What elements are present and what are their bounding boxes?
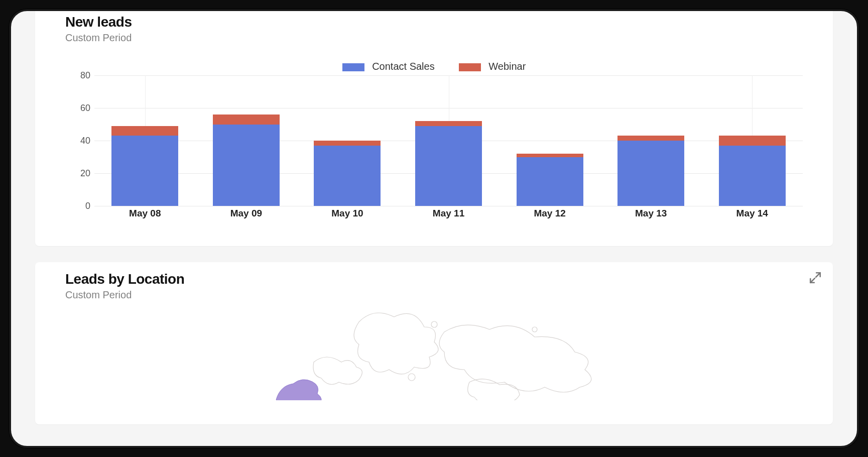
stacked-bar[interactable] bbox=[719, 136, 786, 206]
bar-slot bbox=[196, 75, 297, 206]
svg-point-2 bbox=[532, 327, 537, 332]
expand-icon bbox=[809, 271, 822, 284]
svg-point-1 bbox=[408, 374, 415, 381]
bar-slot bbox=[398, 75, 500, 206]
card-title: New leads bbox=[65, 14, 803, 30]
x-tick-label: May 14 bbox=[701, 208, 803, 219]
x-tick-label: May 12 bbox=[499, 208, 600, 219]
card-title: Leads by Location bbox=[65, 271, 803, 287]
bar-slot bbox=[297, 75, 398, 206]
card-header: Leads by Location Custom Period bbox=[35, 262, 833, 305]
x-tick-label: May 09 bbox=[196, 208, 297, 219]
card-subtitle: Custom Period bbox=[65, 289, 803, 301]
x-tick-label: May 11 bbox=[398, 208, 500, 219]
bar-segment-contact-sales bbox=[213, 125, 280, 206]
leads-by-location-card: Leads by Location Custom Period bbox=[35, 262, 833, 424]
bar-segment-contact-sales bbox=[415, 126, 482, 206]
legend-swatch-contact-sales bbox=[342, 63, 364, 71]
bar-segment-contact-sales bbox=[517, 157, 583, 206]
app-window: New leads Custom Period Contact Sales We… bbox=[9, 9, 859, 448]
y-tick-label: 0 bbox=[70, 201, 90, 211]
gridline bbox=[94, 206, 803, 206]
new-leads-card: New leads Custom Period Contact Sales We… bbox=[35, 9, 833, 246]
x-tick-label: May 13 bbox=[600, 208, 702, 219]
legend-item-contact-sales: Contact Sales bbox=[342, 61, 435, 72]
bar-segment-webinar bbox=[314, 141, 381, 146]
map-region-alaska bbox=[273, 380, 321, 400]
stacked-bar[interactable] bbox=[517, 154, 583, 206]
bar-slot bbox=[94, 75, 196, 206]
legend-label: Contact Sales bbox=[372, 61, 435, 72]
y-tick-label: 40 bbox=[70, 136, 90, 146]
y-tick-label: 80 bbox=[70, 70, 90, 81]
x-tick-label: May 08 bbox=[94, 208, 196, 219]
bar-segment-contact-sales bbox=[617, 141, 684, 206]
bar-slot bbox=[600, 75, 702, 206]
stacked-bar[interactable] bbox=[213, 115, 280, 206]
chart-legend: Contact Sales Webinar bbox=[65, 61, 803, 72]
legend-label: Webinar bbox=[488, 61, 526, 72]
bar-slot bbox=[499, 75, 600, 206]
bar-segment-webinar bbox=[415, 121, 482, 126]
legend-swatch-webinar bbox=[459, 63, 481, 71]
y-tick-label: 20 bbox=[70, 168, 90, 179]
legend-item-webinar: Webinar bbox=[459, 61, 526, 72]
stacked-bar[interactable] bbox=[111, 126, 178, 206]
chart-x-axis: May 08May 09May 10May 11May 12May 13May … bbox=[94, 208, 803, 219]
bar-segment-webinar bbox=[617, 136, 684, 141]
bar-segment-contact-sales bbox=[719, 146, 786, 206]
card-header: New leads Custom Period bbox=[35, 9, 833, 48]
bar-segment-webinar bbox=[213, 115, 280, 125]
chart-plot-area: 020406080 May 08May 09May 10May 11May 12… bbox=[94, 75, 803, 222]
bar-segment-webinar bbox=[719, 136, 786, 146]
card-subtitle: Custom Period bbox=[65, 32, 803, 44]
bar-segment-contact-sales bbox=[111, 136, 178, 206]
expand-button[interactable] bbox=[809, 271, 822, 284]
stacked-bar[interactable] bbox=[415, 121, 482, 206]
bar-segment-contact-sales bbox=[314, 146, 381, 206]
x-tick-label: May 10 bbox=[297, 208, 398, 219]
leads-map[interactable] bbox=[35, 305, 833, 400]
bar-slot bbox=[701, 75, 803, 206]
stacked-bar[interactable] bbox=[314, 141, 381, 206]
svg-point-0 bbox=[431, 321, 437, 327]
y-tick-label: 60 bbox=[70, 103, 90, 113]
world-map-icon bbox=[208, 305, 660, 400]
chart-bars bbox=[94, 75, 803, 206]
new-leads-chart: Contact Sales Webinar 020406080 May 08Ma… bbox=[35, 48, 833, 222]
bar-segment-webinar bbox=[111, 126, 178, 136]
stacked-bar[interactable] bbox=[617, 136, 684, 206]
